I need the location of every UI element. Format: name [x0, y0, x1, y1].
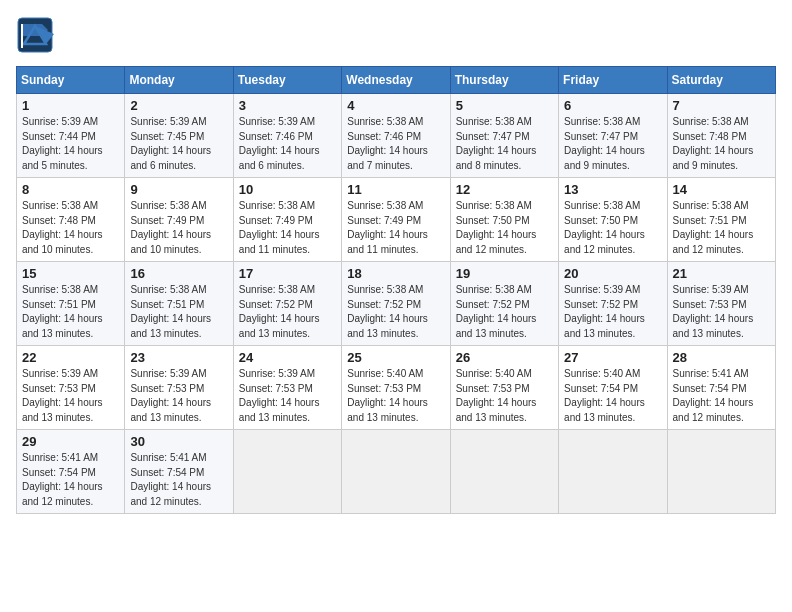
day-info: Sunrise: 5:39 AMSunset: 7:53 PMDaylight:… — [130, 367, 227, 425]
day-number: 23 — [130, 350, 227, 365]
day-info: Sunrise: 5:38 AMSunset: 7:48 PMDaylight:… — [673, 115, 770, 173]
day-number: 11 — [347, 182, 444, 197]
day-info: Sunrise: 5:38 AMSunset: 7:52 PMDaylight:… — [456, 283, 553, 341]
calendar-cell: 2Sunrise: 5:39 AMSunset: 7:45 PMDaylight… — [125, 94, 233, 178]
daylight-label: Daylight: 14 hours — [239, 397, 320, 408]
calendar-cell: 9Sunrise: 5:38 AMSunset: 7:49 PMDaylight… — [125, 178, 233, 262]
day-info: Sunrise: 5:38 AMSunset: 7:46 PMDaylight:… — [347, 115, 444, 173]
day-number: 6 — [564, 98, 661, 113]
calendar-cell: 13Sunrise: 5:38 AMSunset: 7:50 PMDayligh… — [559, 178, 667, 262]
day-number: 9 — [130, 182, 227, 197]
day-number: 13 — [564, 182, 661, 197]
daylight-label: Daylight: 14 hours — [673, 229, 754, 240]
day-number: 24 — [239, 350, 336, 365]
day-number: 22 — [22, 350, 119, 365]
daylight-label: Daylight: 14 hours — [22, 145, 103, 156]
calendar-cell: 11Sunrise: 5:38 AMSunset: 7:49 PMDayligh… — [342, 178, 450, 262]
daylight-label: Daylight: 14 hours — [239, 313, 320, 324]
daylight-label: Daylight: 14 hours — [130, 145, 211, 156]
day-info: Sunrise: 5:38 AMSunset: 7:47 PMDaylight:… — [456, 115, 553, 173]
calendar-cell — [667, 430, 775, 514]
daylight-label: Daylight: 14 hours — [130, 229, 211, 240]
day-number: 27 — [564, 350, 661, 365]
daylight-label: Daylight: 14 hours — [130, 397, 211, 408]
day-info: Sunrise: 5:40 AMSunset: 7:53 PMDaylight:… — [456, 367, 553, 425]
calendar-cell: 7Sunrise: 5:38 AMSunset: 7:48 PMDaylight… — [667, 94, 775, 178]
page-header — [16, 16, 776, 54]
day-number: 7 — [673, 98, 770, 113]
calendar-header-thursday: Thursday — [450, 67, 558, 94]
day-number: 20 — [564, 266, 661, 281]
day-info: Sunrise: 5:39 AMSunset: 7:53 PMDaylight:… — [22, 367, 119, 425]
day-number: 2 — [130, 98, 227, 113]
day-number: 28 — [673, 350, 770, 365]
calendar-cell: 25Sunrise: 5:40 AMSunset: 7:53 PMDayligh… — [342, 346, 450, 430]
day-info: Sunrise: 5:41 AMSunset: 7:54 PMDaylight:… — [22, 451, 119, 509]
calendar-cell: 14Sunrise: 5:38 AMSunset: 7:51 PMDayligh… — [667, 178, 775, 262]
day-info: Sunrise: 5:39 AMSunset: 7:44 PMDaylight:… — [22, 115, 119, 173]
calendar-week-2: 8Sunrise: 5:38 AMSunset: 7:48 PMDaylight… — [17, 178, 776, 262]
calendar-cell: 26Sunrise: 5:40 AMSunset: 7:53 PMDayligh… — [450, 346, 558, 430]
daylight-label: Daylight: 14 hours — [456, 397, 537, 408]
day-number: 10 — [239, 182, 336, 197]
calendar-cell — [559, 430, 667, 514]
day-number: 16 — [130, 266, 227, 281]
daylight-label: Daylight: 14 hours — [564, 313, 645, 324]
day-info: Sunrise: 5:38 AMSunset: 7:51 PMDaylight:… — [130, 283, 227, 341]
day-info: Sunrise: 5:39 AMSunset: 7:53 PMDaylight:… — [673, 283, 770, 341]
day-info: Sunrise: 5:38 AMSunset: 7:52 PMDaylight:… — [347, 283, 444, 341]
daylight-label: Daylight: 14 hours — [456, 145, 537, 156]
logo — [16, 16, 60, 54]
calendar-cell: 6Sunrise: 5:38 AMSunset: 7:47 PMDaylight… — [559, 94, 667, 178]
day-info: Sunrise: 5:38 AMSunset: 7:50 PMDaylight:… — [456, 199, 553, 257]
calendar-cell: 30Sunrise: 5:41 AMSunset: 7:54 PMDayligh… — [125, 430, 233, 514]
daylight-label: Daylight: 14 hours — [564, 229, 645, 240]
daylight-label: Daylight: 14 hours — [22, 481, 103, 492]
daylight-label: Daylight: 14 hours — [564, 397, 645, 408]
calendar-cell: 24Sunrise: 5:39 AMSunset: 7:53 PMDayligh… — [233, 346, 341, 430]
calendar-cell — [342, 430, 450, 514]
calendar-header-saturday: Saturday — [667, 67, 775, 94]
calendar-cell: 15Sunrise: 5:38 AMSunset: 7:51 PMDayligh… — [17, 262, 125, 346]
calendar-cell — [233, 430, 341, 514]
daylight-label: Daylight: 14 hours — [347, 397, 428, 408]
day-info: Sunrise: 5:39 AMSunset: 7:46 PMDaylight:… — [239, 115, 336, 173]
calendar-cell: 12Sunrise: 5:38 AMSunset: 7:50 PMDayligh… — [450, 178, 558, 262]
day-number: 1 — [22, 98, 119, 113]
day-number: 8 — [22, 182, 119, 197]
day-info: Sunrise: 5:38 AMSunset: 7:49 PMDaylight:… — [130, 199, 227, 257]
daylight-label: Daylight: 14 hours — [22, 397, 103, 408]
day-info: Sunrise: 5:40 AMSunset: 7:54 PMDaylight:… — [564, 367, 661, 425]
calendar-header-wednesday: Wednesday — [342, 67, 450, 94]
calendar-cell: 28Sunrise: 5:41 AMSunset: 7:54 PMDayligh… — [667, 346, 775, 430]
day-info: Sunrise: 5:40 AMSunset: 7:53 PMDaylight:… — [347, 367, 444, 425]
day-number: 15 — [22, 266, 119, 281]
calendar-cell: 29Sunrise: 5:41 AMSunset: 7:54 PMDayligh… — [17, 430, 125, 514]
day-info: Sunrise: 5:39 AMSunset: 7:45 PMDaylight:… — [130, 115, 227, 173]
day-number: 30 — [130, 434, 227, 449]
daylight-label: Daylight: 14 hours — [347, 145, 428, 156]
calendar-week-3: 15Sunrise: 5:38 AMSunset: 7:51 PMDayligh… — [17, 262, 776, 346]
calendar-cell: 27Sunrise: 5:40 AMSunset: 7:54 PMDayligh… — [559, 346, 667, 430]
daylight-label: Daylight: 14 hours — [673, 313, 754, 324]
day-info: Sunrise: 5:41 AMSunset: 7:54 PMDaylight:… — [673, 367, 770, 425]
daylight-label: Daylight: 14 hours — [673, 397, 754, 408]
daylight-label: Daylight: 14 hours — [130, 481, 211, 492]
calendar-week-1: 1Sunrise: 5:39 AMSunset: 7:44 PMDaylight… — [17, 94, 776, 178]
calendar-week-5: 29Sunrise: 5:41 AMSunset: 7:54 PMDayligh… — [17, 430, 776, 514]
calendar-header-monday: Monday — [125, 67, 233, 94]
daylight-label: Daylight: 14 hours — [347, 229, 428, 240]
day-info: Sunrise: 5:38 AMSunset: 7:51 PMDaylight:… — [673, 199, 770, 257]
day-number: 17 — [239, 266, 336, 281]
calendar-cell: 18Sunrise: 5:38 AMSunset: 7:52 PMDayligh… — [342, 262, 450, 346]
day-number: 29 — [22, 434, 119, 449]
day-info: Sunrise: 5:38 AMSunset: 7:47 PMDaylight:… — [564, 115, 661, 173]
calendar-cell: 19Sunrise: 5:38 AMSunset: 7:52 PMDayligh… — [450, 262, 558, 346]
calendar-cell: 21Sunrise: 5:39 AMSunset: 7:53 PMDayligh… — [667, 262, 775, 346]
day-info: Sunrise: 5:38 AMSunset: 7:50 PMDaylight:… — [564, 199, 661, 257]
calendar-header-friday: Friday — [559, 67, 667, 94]
day-info: Sunrise: 5:39 AMSunset: 7:53 PMDaylight:… — [239, 367, 336, 425]
calendar-header-tuesday: Tuesday — [233, 67, 341, 94]
logo-icon — [16, 16, 54, 54]
daylight-label: Daylight: 14 hours — [456, 313, 537, 324]
